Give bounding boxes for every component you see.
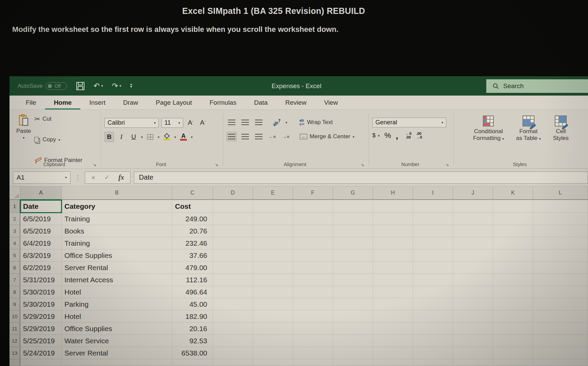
empty-cell[interactable] <box>293 274 333 286</box>
empty-cell[interactable] <box>333 274 373 286</box>
customize-qat-button[interactable]: ▾ <box>130 84 132 88</box>
tab-formulas[interactable]: Formulas <box>201 96 245 109</box>
row-header-5[interactable]: 5 <box>9 249 20 262</box>
formula-bar-splitter[interactable]: ⋮ <box>74 174 81 181</box>
empty-cell[interactable] <box>413 323 453 335</box>
cell-A3[interactable]: 6/5/2019 <box>20 225 62 237</box>
empty-cell[interactable] <box>493 237 533 249</box>
cell-B5[interactable]: Office Supplies <box>62 249 172 262</box>
empty-cell[interactable] <box>213 347 253 359</box>
row-header-1[interactable]: 1 <box>9 200 20 213</box>
empty-cell[interactable] <box>373 262 413 274</box>
cell-C1[interactable]: Cost <box>172 200 213 213</box>
empty-cell[interactable] <box>493 310 533 323</box>
empty-cell[interactable] <box>453 249 493 262</box>
empty-cell[interactable] <box>293 323 333 335</box>
decrease-indent-button[interactable]: ←≡ <box>267 132 277 141</box>
merge-center-button[interactable]: ↔ Merge & Center ▾ <box>300 131 354 142</box>
empty-cell[interactable] <box>253 286 293 298</box>
cell-B6[interactable]: Server Rental <box>62 262 172 274</box>
empty-cell[interactable] <box>493 225 533 237</box>
empty-cell[interactable] <box>413 359 453 366</box>
empty-cell[interactable] <box>333 200 373 213</box>
empty-cell[interactable] <box>333 249 373 262</box>
empty-cell[interactable] <box>333 298 373 310</box>
number-format-select[interactable]: General ▾ <box>372 118 446 127</box>
cell-C10[interactable]: 182.90 <box>172 310 213 323</box>
column-header-G[interactable]: G <box>333 186 373 200</box>
cell-C5[interactable]: 37.66 <box>172 249 213 262</box>
empty-cell[interactable] <box>333 335 373 347</box>
cell-B1[interactable]: Category <box>62 200 172 213</box>
cell-B13[interactable]: Server Rental <box>62 347 172 359</box>
empty-cell[interactable] <box>333 323 373 335</box>
empty-cell[interactable] <box>453 200 493 213</box>
column-header-F[interactable]: F <box>293 186 333 200</box>
empty-cell[interactable] <box>533 310 588 323</box>
font-dialog-launcher[interactable]: ↘ <box>215 162 218 167</box>
empty-cell[interactable] <box>213 310 253 323</box>
empty-cell[interactable] <box>373 335 413 347</box>
cell-C6[interactable]: 479.00 <box>172 262 213 274</box>
empty-cell[interactable] <box>533 359 588 366</box>
empty-cell[interactable] <box>213 335 253 347</box>
cancel-button[interactable]: × <box>91 174 95 182</box>
formula-input[interactable]: Date <box>134 171 588 184</box>
cell-A[interactable] <box>20 359 62 366</box>
empty-cell[interactable] <box>373 310 413 323</box>
empty-cell[interactable] <box>213 237 253 249</box>
tab-insert[interactable]: Insert <box>80 96 114 109</box>
empty-cell[interactable] <box>413 200 453 213</box>
empty-cell[interactable] <box>413 262 453 274</box>
empty-cell[interactable] <box>533 249 588 262</box>
enter-button[interactable]: ✓ <box>104 174 110 181</box>
empty-cell[interactable] <box>373 298 413 310</box>
empty-cell[interactable] <box>293 359 333 366</box>
cell-C7[interactable]: 112.16 <box>172 274 213 286</box>
row-header-8[interactable]: 8 <box>9 286 20 298</box>
cell-B8[interactable]: Hotel <box>62 286 172 298</box>
empty-cell[interactable] <box>373 249 413 262</box>
bold-button[interactable]: B <box>104 132 114 142</box>
cell-B[interactable] <box>62 359 172 366</box>
align-right-button[interactable] <box>254 132 264 141</box>
empty-cell[interactable] <box>333 225 373 237</box>
tab-draw[interactable]: Draw <box>114 96 147 109</box>
empty-cell[interactable] <box>253 213 293 225</box>
empty-cell[interactable] <box>413 249 453 262</box>
empty-cell[interactable] <box>453 347 493 359</box>
empty-cell[interactable] <box>333 262 373 274</box>
empty-cell[interactable] <box>493 200 533 213</box>
empty-cell[interactable] <box>493 262 533 274</box>
cell-C13[interactable]: 6538.00 <box>172 347 213 359</box>
cell-A12[interactable]: 5/25/2019 <box>20 335 62 347</box>
empty-cell[interactable] <box>413 274 453 286</box>
row-header-4[interactable]: 4 <box>9 237 20 249</box>
cell-C[interactable] <box>172 359 213 366</box>
row-header-6[interactable]: 6 <box>9 262 20 274</box>
empty-cell[interactable] <box>493 213 533 225</box>
cell-C9[interactable]: 45.00 <box>172 298 213 310</box>
empty-cell[interactable] <box>533 200 588 213</box>
top-align-button[interactable] <box>227 118 237 127</box>
empty-cell[interactable] <box>533 225 588 237</box>
row-header-2[interactable]: 2 <box>9 213 20 225</box>
empty-cell[interactable] <box>333 237 373 249</box>
align-center-button[interactable] <box>240 132 250 141</box>
row-header-9[interactable]: 9 <box>9 298 20 310</box>
percent-style-button[interactable]: % <box>385 131 391 140</box>
cell-C11[interactable]: 20.16 <box>172 323 213 335</box>
empty-cell[interactable] <box>413 213 453 225</box>
empty-cell[interactable] <box>453 298 493 310</box>
empty-cell[interactable] <box>333 347 373 359</box>
orientation-button[interactable]: ab↗ <box>272 118 282 127</box>
tab-review[interactable]: Review <box>276 96 315 109</box>
cell-B10[interactable]: Hotel <box>62 310 172 323</box>
alignment-dialog-launcher[interactable]: ↘ <box>361 162 364 167</box>
empty-cell[interactable] <box>333 359 373 366</box>
empty-cell[interactable] <box>213 359 253 366</box>
paste-button[interactable]: Paste ▾ <box>13 113 34 168</box>
cell-C12[interactable]: 92.53 <box>172 335 213 347</box>
row-header-7[interactable]: 7 <box>9 274 20 286</box>
empty-cell[interactable] <box>493 286 533 298</box>
